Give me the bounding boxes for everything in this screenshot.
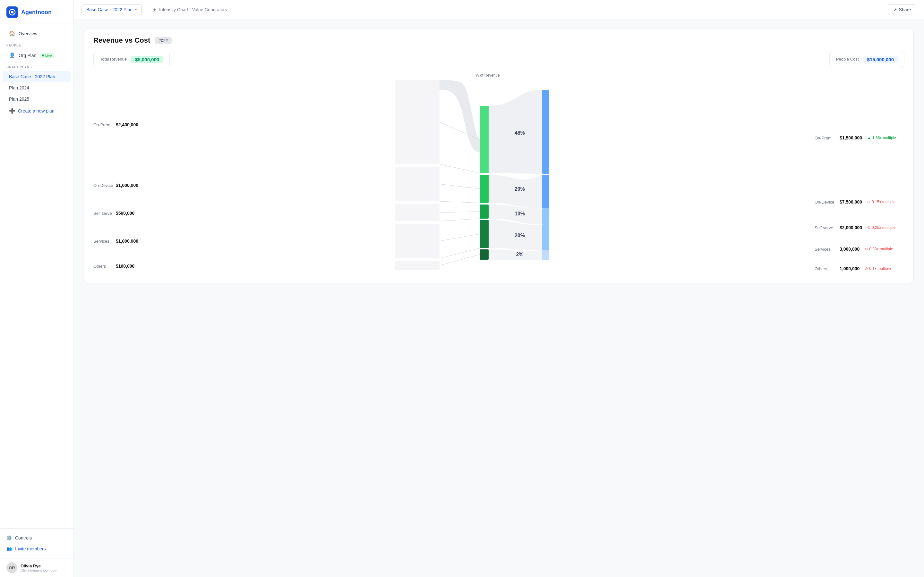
intensity-chart-tab[interactable]: ⊞ Intensity Chart - Value Generators [152, 6, 227, 13]
invite-icon: 👥 [6, 546, 12, 551]
nav-controls[interactable]: ⚙️ Controls [0, 532, 73, 543]
svg-line-18 [439, 164, 480, 173]
svg-line-22 [439, 219, 480, 221]
revenue-column: On-Prem $2,400,000 On-Device $1,000,000 … [94, 73, 161, 272]
cost-column: On-Prem $1,500,000 ▲ 1.66x multiple On-D… [814, 73, 905, 275]
summary-cards-row: Total Revenue $5,000,000 People Cost $15… [94, 51, 905, 68]
user-profile: OR Olivia Rye Olivia@agentnoon.com [0, 558, 73, 577]
tab-divider [147, 6, 147, 13]
logo-text: Agentnoon [21, 9, 52, 16]
svg-rect-3 [480, 175, 489, 203]
multiple-ondevice: ⊙ 0.15x multiple [865, 199, 898, 205]
svg-text:20%: 20% [515, 186, 525, 192]
cost-label-onprem: On-Prem [814, 135, 837, 140]
plan-selector[interactable]: Base Case - 2022 Plan ▾ [81, 4, 142, 15]
nav-base-case[interactable]: Base Case - 2022 Plan [3, 71, 71, 82]
revenue-amount-services: $1,000,000 [116, 239, 138, 243]
user-name: Olivia Rye [21, 564, 57, 568]
person-icon: 👤 [9, 52, 15, 58]
revenue-label-others: Others [94, 264, 116, 269]
svg-line-19 [439, 184, 480, 189]
svg-text:48%: 48% [515, 130, 525, 135]
svg-rect-11 [542, 250, 549, 260]
year-badge: 2022 [155, 37, 172, 44]
nav-plan-2025[interactable]: Plan 2025 [3, 93, 71, 105]
user-info: Olivia Rye Olivia@agentnoon.com [21, 564, 57, 572]
arrow-up-icon: ▲ [867, 135, 871, 140]
topbar: Base Case - 2022 Plan ▾ ⊞ Intensity Char… [74, 0, 924, 19]
chart-container: Revenue vs Cost 2022 Total Revenue $5,00… [84, 28, 914, 283]
total-revenue-value: $5,000,000 [131, 56, 163, 63]
user-email: Olivia@agentnoon.com [21, 568, 57, 572]
svg-line-24 [439, 248, 480, 258]
svg-point-1 [11, 11, 13, 13]
svg-rect-9 [542, 208, 549, 224]
flow-chart: On-Prem $2,400,000 On-Device $1,000,000 … [94, 73, 905, 275]
svg-rect-7 [542, 90, 549, 174]
total-revenue-label: Total Revenue [100, 57, 127, 61]
svg-rect-10 [542, 224, 549, 250]
sidebar-navigation: 🏠 Overview PEOPLE 👤 Org Plan Live DRAFT … [0, 23, 73, 528]
cost-label-others: Others [814, 266, 837, 271]
main-area: Base Case - 2022 Plan ▾ ⊞ Intensity Char… [74, 0, 924, 577]
revenue-amount-onprem: $2,400,000 [116, 122, 138, 127]
revenue-row-selfserve: Self serve $500,000 [94, 204, 161, 222]
chevron-down-icon: ▾ [135, 7, 137, 11]
nav-overview[interactable]: 🏠 Overview [3, 27, 71, 39]
cost-label-selfserve: Self serve [814, 226, 837, 230]
cost-row-services: Services 3,000,000 ⊙ 0.33x multiple [814, 236, 905, 262]
revenue-row-onprem: On-Prem $2,400,000 [94, 83, 161, 167]
sidebar-bottom: ⚙️ Controls 👥 Invite members [0, 528, 73, 558]
cost-row-ondevice: On-Device $7,500,000 ⊙ 0.15x multiple [814, 185, 905, 219]
logo-icon [6, 6, 18, 18]
revenue-amount-ondevice: $1,000,000 [116, 183, 138, 188]
content-area: Revenue vs Cost 2022 Total Revenue $5,00… [74, 19, 924, 577]
cost-amount-ondevice: $7,500,000 [840, 199, 862, 205]
cost-row-selfserve: Self serve $2,000,000 ⊙ 0.25x multiple [814, 219, 905, 236]
chart-title-row: Revenue vs Cost 2022 [94, 36, 905, 45]
cost-row-others: Others 1,000,000 ⊙ 0.1x multiple [814, 262, 905, 275]
cost-amount-selfserve: $2,000,000 [840, 225, 862, 230]
warning-icon-4: ⊙ [865, 266, 868, 271]
avatar: OR [6, 562, 17, 573]
revenue-label-selfserve: Self serve [94, 211, 116, 216]
svg-line-23 [439, 234, 480, 241]
share-button[interactable]: ↗ Share [888, 4, 916, 15]
svg-rect-2 [480, 106, 489, 173]
people-section-label: PEOPLE [0, 40, 73, 49]
home-icon: 🏠 [9, 31, 15, 37]
cost-amount-others: 1,000,000 [840, 266, 859, 271]
people-cost-value: $15,000,000 [863, 56, 898, 63]
revenue-label-services: Services [94, 239, 116, 243]
svg-text:10%: 10% [515, 211, 525, 216]
multiple-onprem: ▲ 1.66x multiple [865, 135, 899, 141]
multiple-selfserve: ⊙ 0.25x multiple [865, 225, 898, 230]
chart-title: Revenue vs Cost [94, 36, 150, 45]
revenue-row-others: Others $100,000 [94, 259, 161, 272]
cost-row-onprem: On-Prem $1,500,000 ▲ 1.66x multiple [814, 91, 905, 185]
cost-label-ondevice: On-Device [814, 200, 837, 205]
cost-amount-services: 3,000,000 [840, 247, 859, 251]
revenue-amount-selfserve: $500,000 [116, 211, 134, 216]
nav-plan-2024[interactable]: Plan 2024 [3, 82, 71, 93]
sankey-svg: 48% 20% 10% 20% 2% [161, 80, 814, 270]
revenue-row-ondevice: On-Device $1,000,000 [94, 167, 161, 204]
people-cost-label: People Cost [836, 57, 859, 61]
share-icon: ↗ [893, 7, 897, 12]
nav-invite[interactable]: 👥 Invite members [0, 543, 73, 554]
pct-revenue-header: % of Revenue [161, 73, 814, 77]
multiple-others: ⊙ 0.1x multiple [862, 266, 893, 271]
warning-icon-3: ⊙ [865, 247, 868, 251]
live-dot [42, 55, 44, 56]
revenue-label-onprem: On-Prem [94, 122, 116, 127]
cost-amount-onprem: $1,500,000 [840, 135, 862, 140]
create-plan-button[interactable]: ➕ Create a new plan [3, 105, 71, 117]
nav-org-plan[interactable]: 👤 Org Plan Live [3, 49, 71, 61]
svg-line-25 [439, 255, 480, 266]
revenue-amount-others: $100,000 [116, 263, 134, 269]
sankey-area: % of Revenue [161, 73, 814, 271]
svg-text:2%: 2% [516, 251, 523, 257]
gear-icon: ⚙️ [6, 535, 12, 540]
multiple-services: ⊙ 0.33x multiple [862, 246, 895, 252]
people-cost-card: People Cost $15,000,000 [829, 51, 905, 68]
